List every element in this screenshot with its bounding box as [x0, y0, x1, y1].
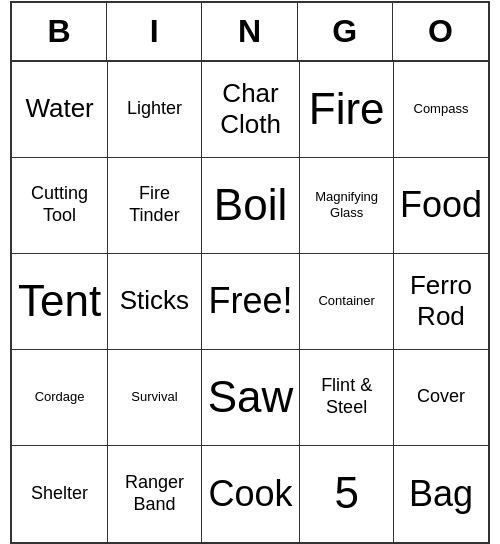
cell-text: Bag: [409, 472, 473, 515]
bingo-cell: Boil: [202, 158, 301, 254]
cell-text: Compass: [414, 101, 469, 117]
bingo-cell: Fire: [300, 62, 394, 158]
bingo-cell: Cook: [202, 446, 301, 542]
bingo-card: BINGO WaterLighterCharClothFireCompassCu…: [10, 1, 490, 544]
cell-text: Survival: [131, 389, 177, 405]
bingo-cell: Saw: [202, 350, 301, 446]
bingo-cell: Bag: [394, 446, 488, 542]
bingo-cell: Food: [394, 158, 488, 254]
cell-text: Cook: [209, 472, 293, 515]
cell-text: Sticks: [120, 285, 189, 316]
bingo-cell: 5: [300, 446, 394, 542]
header-letter: O: [393, 3, 488, 60]
header-letter: G: [298, 3, 393, 60]
bingo-cell: FerroRod: [394, 254, 488, 350]
bingo-header: BINGO: [12, 3, 488, 62]
header-letter: I: [107, 3, 202, 60]
bingo-cell: FireTinder: [108, 158, 202, 254]
cell-text: Container: [318, 293, 374, 309]
cell-text: Water: [25, 93, 93, 124]
cell-text: Flint &Steel: [321, 375, 372, 418]
bingo-cell: CharCloth: [202, 62, 301, 158]
cell-text: FerroRod: [410, 270, 472, 332]
bingo-cell: Container: [300, 254, 394, 350]
cell-text: Lighter: [127, 98, 182, 120]
cell-text: Cover: [417, 386, 465, 408]
bingo-cell: RangerBand: [108, 446, 202, 542]
cell-text: Shelter: [31, 483, 88, 505]
bingo-cell: Cordage: [12, 350, 108, 446]
bingo-cell: Water: [12, 62, 108, 158]
cell-text: Cordage: [35, 389, 85, 405]
bingo-cell: CuttingTool: [12, 158, 108, 254]
cell-text: CuttingTool: [31, 183, 88, 226]
bingo-cell: Survival: [108, 350, 202, 446]
cell-text: Food: [400, 183, 482, 226]
bingo-cell: Tent: [12, 254, 108, 350]
cell-text: Boil: [214, 179, 287, 232]
bingo-cell: MagnifyingGlass: [300, 158, 394, 254]
cell-text: Saw: [208, 371, 294, 424]
cell-text: RangerBand: [125, 472, 184, 515]
cell-text: CharCloth: [220, 78, 281, 140]
bingo-cell: Compass: [394, 62, 488, 158]
bingo-cell: Lighter: [108, 62, 202, 158]
bingo-cell: Free!: [202, 254, 301, 350]
cell-text: Fire: [309, 83, 385, 136]
header-letter: B: [12, 3, 107, 60]
bingo-cell: Sticks: [108, 254, 202, 350]
cell-text: Free!: [209, 279, 293, 322]
cell-text: FireTinder: [129, 183, 179, 226]
header-letter: N: [202, 3, 297, 60]
cell-text: 5: [334, 467, 358, 520]
cell-text: Tent: [18, 275, 101, 328]
cell-text: MagnifyingGlass: [315, 189, 378, 220]
bingo-cell: Shelter: [12, 446, 108, 542]
bingo-grid: WaterLighterCharClothFireCompassCuttingT…: [12, 62, 488, 542]
bingo-cell: Cover: [394, 350, 488, 446]
bingo-cell: Flint &Steel: [300, 350, 394, 446]
